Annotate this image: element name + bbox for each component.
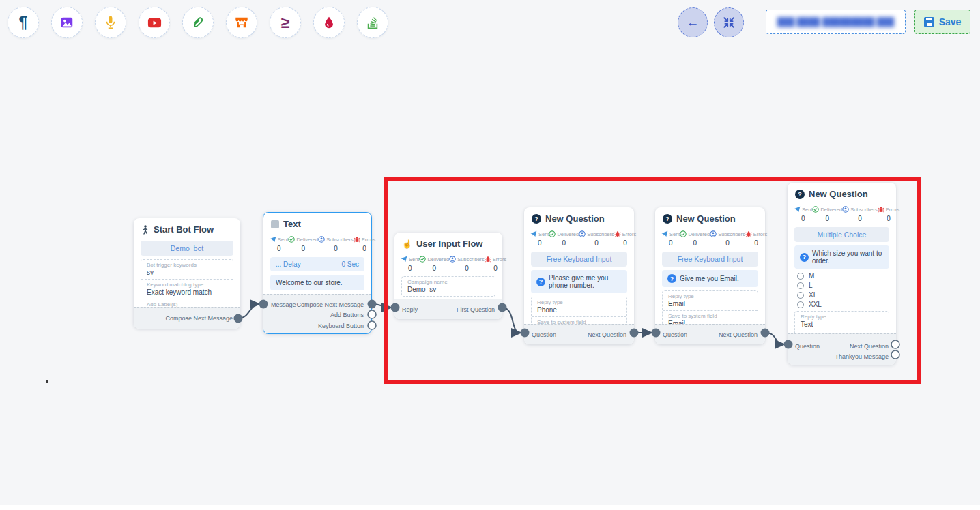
output-next-question[interactable]: Next Question [719, 331, 758, 338]
connector-text-to-userinput [372, 304, 390, 308]
delay-label: ... Delay [276, 260, 301, 268]
field-reply-type[interactable]: Reply type Text [795, 312, 889, 331]
sent-icon [530, 230, 537, 237]
radio-icon[interactable] [797, 282, 804, 289]
node-title: Start Bot Flow [154, 224, 214, 235]
option-row[interactable]: XXL [797, 301, 896, 308]
question-bubble-icon [800, 253, 809, 262]
back-button[interactable] [678, 7, 708, 38]
question-type-button[interactable]: Multiple Choice [794, 227, 889, 242]
output-add-buttons[interactable]: Add Buttons [330, 312, 364, 318]
node-footer: Question Next Question Thankyou Message [788, 333, 896, 365]
option-row[interactable]: L [797, 282, 896, 289]
bot-name-button[interactable]: Demo_bot [141, 241, 233, 256]
message-text: Welcome to our store. [276, 279, 343, 286]
message-preview[interactable]: Welcome to our store. [270, 275, 364, 290]
delivered-icon [680, 230, 687, 237]
subscribers-icon [842, 206, 849, 213]
delivered-icon [288, 236, 295, 243]
radio-icon[interactable] [797, 301, 804, 308]
connector-userinput-to-q1 [502, 308, 520, 333]
output-next-question[interactable]: Next Question [850, 343, 889, 350]
sent-icon [794, 206, 801, 213]
delivered-icon [549, 230, 556, 237]
question-preview[interactable]: Please give me you phone number. [531, 270, 627, 293]
flow-canvas[interactable]: ███ ████ █████████ ███ Save Start Bot Fl… [0, 0, 980, 510]
input-question[interactable]: Question [795, 343, 820, 350]
option-row[interactable]: M [797, 272, 896, 280]
node-title: User Input Flow [416, 239, 483, 249]
input-question[interactable]: Question [532, 331, 556, 338]
question-icon [532, 214, 541, 224]
stats-row: Sent0 Delivered0 Subscribers0 Errors0 [655, 226, 765, 248]
stats-row: Sent0 Delivered0 Subscribers0 Errors0 [394, 252, 502, 273]
errors-icon [614, 230, 621, 237]
toolbar-video-button[interactable] [139, 7, 170, 38]
node-title: New Question [545, 213, 605, 224]
sent-icon [270, 236, 276, 243]
toolbar-text-button[interactable] [8, 7, 39, 38]
question-preview[interactable]: Which size you want to order. [794, 245, 889, 269]
question-icon [795, 190, 805, 199]
pilcrow-icon [19, 15, 28, 31]
toolbar-drip-button[interactable] [313, 7, 345, 38]
save-button[interactable]: Save [914, 10, 970, 34]
delay-row[interactable]: ... Delay 0 Sec [270, 257, 364, 271]
output-compose-next-message[interactable]: Compose Next Message [296, 301, 364, 308]
text-block-icon [271, 220, 279, 228]
node-text[interactable]: Text Sent0 Delivered0 Subscribers0 Error… [263, 212, 372, 334]
input-reply[interactable]: Reply [402, 306, 418, 313]
question-preview[interactable]: Give me you Email. [662, 270, 758, 287]
node-new-question-2[interactable]: New Question Sent0 Delivered0 Subscriber… [655, 207, 765, 344]
input-question[interactable]: Question [663, 331, 687, 338]
node-new-question-1[interactable]: New Question Sent0 Delivered0 Subscriber… [524, 207, 634, 344]
toolbar-audio-button[interactable] [95, 7, 126, 38]
field-campaign-name[interactable]: Campaign name Demo_sv [402, 277, 495, 296]
node-footer: Compose Next Message [134, 307, 240, 329]
output-next-question[interactable]: Next Question [588, 331, 626, 338]
toolbar-image-button[interactable] [51, 7, 83, 38]
flow-name-value: ███ ████ █████████ ███ [777, 17, 895, 27]
node-start-bot-flow[interactable]: Start Bot Flow Demo_bot Bot trigger keyw… [134, 218, 240, 329]
question-icon [663, 214, 672, 224]
field-matching-type[interactable]: Keyword matching type Exact keyword matc… [141, 279, 233, 299]
node-user-input-flow[interactable]: User Input Flow Sent0 Delivered0 Subscri… [394, 232, 502, 319]
fit-screen-button[interactable] [714, 7, 744, 38]
toolbar-ecommerce-button[interactable] [226, 7, 257, 38]
question-type-button[interactable]: Free Keyboard Input [531, 252, 627, 267]
field-reply-type[interactable]: Reply type Phone [532, 297, 626, 316]
radio-icon[interactable] [797, 292, 804, 299]
delay-value: 0 Sec [341, 260, 359, 268]
input-message[interactable]: Message [271, 301, 296, 308]
question-type-button[interactable]: Free Keyboard Input [662, 252, 758, 267]
toolbar-condition-button[interactable] [270, 7, 301, 38]
question-text: Please give me you phone number. [549, 274, 622, 289]
delivered-icon [812, 206, 819, 213]
field-reply-type[interactable]: Reply type Email [663, 291, 758, 310]
stack-icon [365, 15, 380, 30]
toolbar-sequence-button[interactable] [357, 7, 388, 38]
errors-icon [745, 230, 752, 237]
store-icon [234, 15, 249, 30]
option-row[interactable]: XL [797, 291, 896, 299]
flow-name-input[interactable]: ███ ████ █████████ ███ [766, 10, 906, 34]
youtube-icon [147, 15, 162, 31]
node-header: New Question [655, 207, 765, 226]
node-footer: Question Next Question [655, 324, 765, 344]
stats-row: Sent0 Delivered0 Subscribers0 Errors0 [788, 202, 896, 224]
radio-icon[interactable] [797, 273, 804, 280]
output-compose-next-message[interactable]: Compose Next Message [165, 315, 233, 322]
connector-start-to-text [238, 304, 259, 318]
node-new-question-3[interactable]: New Question Sent0 Delivered0 Subscriber… [788, 183, 896, 365]
walking-person-icon [141, 225, 149, 235]
node-footer: Reply First Question [394, 299, 502, 319]
hand-input-icon [402, 240, 412, 248]
field-trigger-keywords[interactable]: Bot trigger keywords sv [141, 260, 233, 279]
output-keyboard-button[interactable]: Keyboard Button [318, 322, 364, 329]
image-icon [59, 15, 74, 30]
output-thankyou-message[interactable]: Thankyou Message [835, 353, 889, 360]
node-header: New Question [524, 207, 634, 226]
node-title: New Question [676, 213, 736, 224]
output-first-question[interactable]: First Question [457, 306, 495, 313]
toolbar-file-button[interactable] [182, 7, 214, 38]
